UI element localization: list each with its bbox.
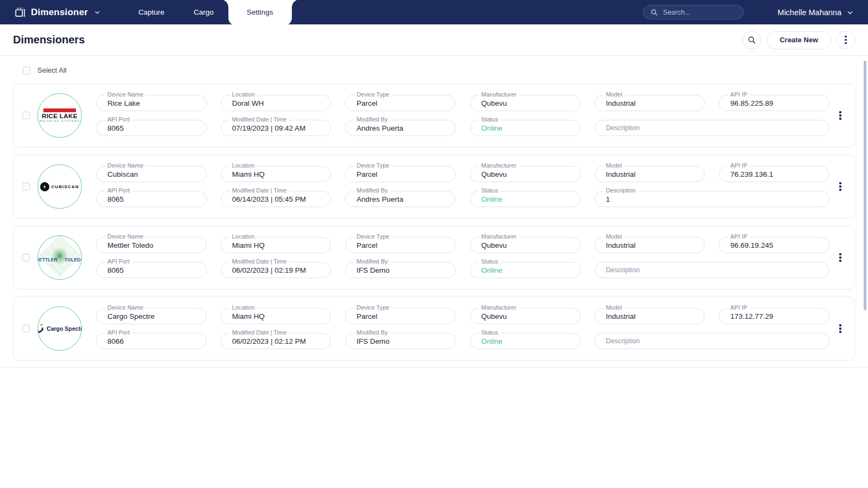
search-icon xyxy=(748,36,756,44)
field-manufacturer[interactable]: Manufacturer Qubevu xyxy=(470,308,580,324)
field-description[interactable]: Description Description xyxy=(595,333,829,349)
field-modified-by[interactable]: Modified By IFS Demo xyxy=(345,262,456,278)
field-device-type[interactable]: Device Type Parcel xyxy=(345,308,456,324)
field-label: Modified Date | Time xyxy=(229,187,290,194)
device-logo: Cargo Spectre xyxy=(37,306,82,351)
device-list: RICE LAKEWEIGHING SYSTEMS Device Name Ri… xyxy=(0,81,868,361)
status-value: Online xyxy=(481,266,502,274)
field-model[interactable]: Model Industrial xyxy=(595,166,705,182)
top-navbar: Dimensioner Capture Cargo Settings Miche… xyxy=(0,0,868,24)
field-value: Andres Puerta xyxy=(356,195,403,203)
field-description[interactable]: Description Description xyxy=(595,120,829,136)
field-device-name[interactable]: Device Name Rice Lake xyxy=(96,95,207,111)
field-device-name[interactable]: Device Name Cubiscan xyxy=(96,166,207,182)
search-button[interactable] xyxy=(743,31,761,49)
row-checkbox[interactable] xyxy=(22,112,30,119)
field-label: Status xyxy=(478,258,501,265)
device-logo: CUBISCAN xyxy=(37,164,82,209)
device-card: METTLERTOLEDO Device Name Mettler Toledo… xyxy=(13,226,855,290)
header-more-button[interactable] xyxy=(837,31,855,49)
field-value: Parcel xyxy=(356,241,377,249)
field-value: 76.239.136.1 xyxy=(730,170,773,178)
field-device-name[interactable]: Device Name Cargo Spectre xyxy=(96,308,207,324)
field-value: Industrial xyxy=(606,99,636,107)
field-label: Device Name xyxy=(105,162,146,169)
row-checkbox[interactable] xyxy=(22,325,30,332)
field-label: Device Name xyxy=(105,304,146,311)
vertical-scrollbar[interactable] xyxy=(864,61,866,310)
field-location[interactable]: Location Miami HQ xyxy=(221,308,331,324)
field-api-port[interactable]: API Port 8066 xyxy=(96,333,207,349)
field-api-port[interactable]: API Port 8065 xyxy=(96,191,207,207)
field-value: Industrial xyxy=(606,241,636,249)
field-modified-by[interactable]: Modified By Andres Puerta xyxy=(345,191,456,207)
field-value: Description xyxy=(606,266,640,274)
field-label: Location xyxy=(229,162,258,169)
field-manufacturer[interactable]: Manufacturer Qubevu xyxy=(470,166,580,182)
field-modified-date[interactable]: Modified Date | Time 07/19/2023 | 09:42 … xyxy=(221,120,331,136)
field-location[interactable]: Location Miami HQ xyxy=(221,166,331,182)
field-api-ip[interactable]: API IP 96.85.225.89 xyxy=(719,95,829,111)
status-value: Online xyxy=(481,124,502,132)
field-value: 1 xyxy=(606,195,610,203)
field-manufacturer[interactable]: Manufacturer Qubevu xyxy=(470,95,580,111)
field-api-ip[interactable]: API IP 173.12.77.29 xyxy=(719,308,829,324)
app-brand-menu[interactable]: Dimensioner xyxy=(0,7,101,18)
field-description[interactable]: Description Description xyxy=(595,262,829,278)
field-api-port[interactable]: API Port 8065 xyxy=(96,120,207,136)
field-model[interactable]: Model Industrial xyxy=(595,308,705,324)
row-checkbox[interactable] xyxy=(22,183,30,190)
row-menu-button[interactable] xyxy=(835,320,846,337)
field-api-ip[interactable]: API IP 76.239.136.1 xyxy=(719,166,829,182)
tab-settings[interactable]: Settings xyxy=(228,0,292,25)
field-model[interactable]: Model Industrial xyxy=(595,95,705,111)
create-new-button[interactable]: Create New xyxy=(767,31,831,49)
row-menu-button[interactable] xyxy=(835,178,846,195)
field-value: 8065 xyxy=(107,195,124,203)
field-device-type[interactable]: Device Type Parcel xyxy=(345,95,456,111)
field-modified-date[interactable]: Modified Date | Time 06/14/2023 | 05:45 … xyxy=(221,191,331,207)
field-location[interactable]: Location Miami HQ xyxy=(221,237,331,253)
field-value: Cubiscan xyxy=(107,170,138,178)
row-menu-button[interactable] xyxy=(835,249,846,266)
kebab-icon xyxy=(839,253,841,262)
field-label: Model xyxy=(603,304,625,311)
field-api-port[interactable]: API Port 8065 xyxy=(96,262,207,278)
field-label: Device Name xyxy=(105,91,146,98)
cargo-spectre-mark-icon xyxy=(37,323,45,335)
field-status[interactable]: Status Online xyxy=(470,191,580,207)
field-label: API IP xyxy=(727,233,750,240)
field-label: API Port xyxy=(105,116,132,123)
field-label: Location xyxy=(229,91,258,98)
field-status[interactable]: Status Online xyxy=(470,333,580,349)
navbar-search[interactable] xyxy=(643,5,744,20)
field-model[interactable]: Model Industrial xyxy=(595,237,705,253)
field-value: Qubevu xyxy=(481,170,507,178)
field-label: Device Name xyxy=(105,233,146,240)
field-modified-date[interactable]: Modified Date | Time 06/02/2023 | 02:19 … xyxy=(221,262,331,278)
field-modified-by[interactable]: Modified By IFS Demo xyxy=(345,333,456,349)
row-checkbox[interactable] xyxy=(22,254,30,261)
field-manufacturer[interactable]: Manufacturer Qubevu xyxy=(470,237,580,253)
field-label: API Port xyxy=(105,187,132,194)
field-api-ip[interactable]: API IP 96.69.19.245 xyxy=(719,237,829,253)
field-status[interactable]: Status Online xyxy=(470,120,580,136)
row-menu-button[interactable] xyxy=(835,107,846,124)
list-bottom-divider xyxy=(0,367,868,368)
field-value: Description xyxy=(606,337,640,345)
search-input[interactable] xyxy=(663,9,733,16)
tab-capture[interactable]: Capture xyxy=(124,0,179,24)
user-menu[interactable]: Michelle Mahanna xyxy=(777,8,854,17)
field-device-type[interactable]: Device Type Parcel xyxy=(345,166,456,182)
device-card: CUBISCAN Device Name Cubiscan Location M… xyxy=(13,155,855,219)
field-description[interactable]: Description 1 xyxy=(595,191,829,207)
cubiscan-wordmark: CUBISCAN xyxy=(51,184,79,189)
select-all-checkbox[interactable] xyxy=(23,67,30,74)
field-device-name[interactable]: Device Name Mettler Toledo xyxy=(96,237,207,253)
field-device-type[interactable]: Device Type Parcel xyxy=(345,237,456,253)
field-status[interactable]: Status Online xyxy=(470,262,580,278)
page-header: Dimensioners Create New xyxy=(0,24,868,56)
field-location[interactable]: Location Doral WH xyxy=(221,95,331,111)
field-modified-date[interactable]: Modified Date | Time 06/02/2023 | 02:12 … xyxy=(221,333,331,349)
field-modified-by[interactable]: Modified By Andres Puerta xyxy=(345,120,456,136)
